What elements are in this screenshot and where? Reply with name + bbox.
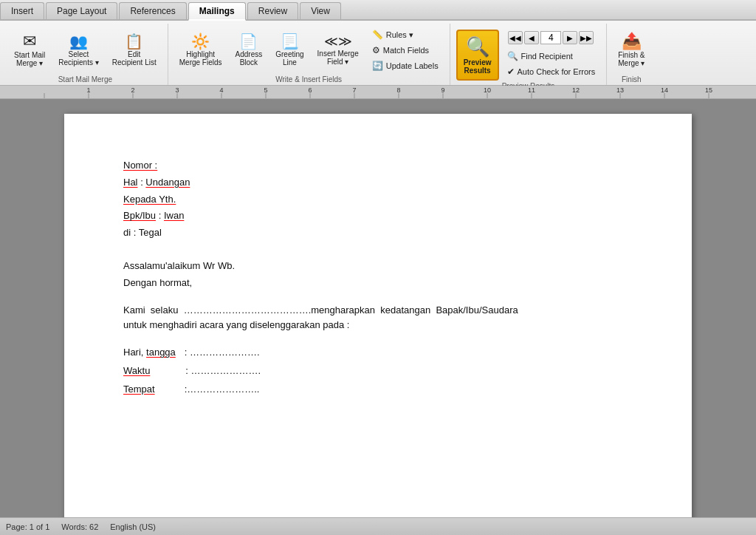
btn-match-fields[interactable]: ⚙ Match Fields xyxy=(367,43,444,58)
edit-recipient-list-icon: 📋 xyxy=(125,34,143,49)
find-recipient-icon: 🔍 xyxy=(507,51,518,61)
document-page[interactable]: Nomor : Hal : Undangan Kepada Yth. Bpk/I… xyxy=(64,114,692,517)
find-recipient-label: Find Recipient xyxy=(521,52,573,61)
field-waktu-dots: : …………………. xyxy=(185,364,261,379)
rules-label: Rules ▾ xyxy=(386,30,413,40)
btn-finish-merge[interactable]: 📤 Finish &Merge ▾ xyxy=(613,30,650,71)
start-mail-merge-icon: ✉ xyxy=(23,33,36,50)
record-number-input[interactable] xyxy=(540,31,561,44)
insert-merge-field-icon: ≪≫ xyxy=(324,35,352,48)
btn-highlight-merge-fields[interactable]: 🔆 HighlightMerge Fields xyxy=(174,30,227,70)
line-di: di : Tegal xyxy=(123,225,633,241)
status-words: Words: 62 xyxy=(61,522,98,531)
finish-merge-icon: 📤 xyxy=(622,33,642,50)
btn-first-record[interactable]: ◀◀ xyxy=(508,31,523,44)
bpk-value: Iwan xyxy=(164,210,184,221)
greeting-line-2: Dengan hormat, xyxy=(123,276,633,291)
start-mail-merge-label: Start MailMerge ▾ xyxy=(14,51,45,67)
ruler: 1 2 3 4 5 6 7 8 9 10 11 12 13 14 15 xyxy=(0,86,756,99)
btn-update-labels[interactable]: 🔄 Update Labels xyxy=(367,58,444,73)
preview-results-label: PreviewResults xyxy=(464,58,492,75)
address-block: Nomor : Hal : Undangan Kepada Yth. Bpk/I… xyxy=(123,158,633,241)
btn-insert-merge-field[interactable]: ≪≫ Insert MergeField ▾ xyxy=(312,31,364,69)
event-fields: Hari, tangga : …………………. Waktu : ………………….… xyxy=(123,345,633,397)
group-write-insert-label: Write & Insert Fields xyxy=(275,74,342,84)
btn-rules[interactable]: 📏 Rules ▾ xyxy=(367,27,444,42)
field-tempat-label: Tempat xyxy=(123,382,155,398)
di-text: di : Tegal xyxy=(123,227,162,238)
write-insert-sm-col: 📏 Rules ▾ ⚙ Match Fields 🔄 Update Labels xyxy=(367,27,444,73)
select-recipients-icon: 👥 xyxy=(69,34,88,49)
address-block-label: AddressBlock xyxy=(236,50,263,67)
svg-text:3: 3 xyxy=(175,86,179,94)
status-bar: Page: 1 of 1 Words: 62 English (US) xyxy=(0,517,756,535)
btn-next-record[interactable]: ▶ xyxy=(563,31,577,44)
field-hari: Hari, tangga : …………………. xyxy=(123,345,633,361)
field-waktu: Waktu : …………………. xyxy=(123,364,633,379)
address-block-icon: 📄 xyxy=(239,34,258,49)
group-write-insert: 🔆 HighlightMerge Fields 📄 AddressBlock 📃… xyxy=(168,24,450,85)
svg-text:9: 9 xyxy=(441,86,444,94)
highlight-merge-icon: 🔆 xyxy=(191,34,210,49)
finish-merge-label: Finish &Merge ▾ xyxy=(618,51,645,67)
auto-check-errors-icon: ✔ xyxy=(507,67,515,77)
svg-text:4: 4 xyxy=(219,86,223,94)
svg-text:1: 1 xyxy=(86,86,90,94)
btn-greeting-line[interactable]: 📃 GreetingLine xyxy=(270,30,309,70)
ribbon: ✉ Start MailMerge ▾ 👥 SelectRecipients ▾… xyxy=(0,21,756,86)
svg-rect-0 xyxy=(0,86,756,99)
btn-find-recipient[interactable]: 🔍 Find Recipient xyxy=(502,49,601,64)
svg-text:11: 11 xyxy=(528,86,535,94)
field-tempat-dots: :………………….. xyxy=(185,382,260,398)
svg-text:8: 8 xyxy=(396,86,400,94)
tab-bar: Insert Page Layout References Mailings R… xyxy=(0,0,756,21)
svg-text:2: 2 xyxy=(131,86,134,94)
btn-preview-results[interactable]: 🔍 PreviewResults xyxy=(456,30,499,81)
kepada-text: Kepada Yth. xyxy=(123,194,176,205)
field-waktu-label: Waktu xyxy=(123,364,150,379)
match-fields-label: Match Fields xyxy=(383,46,429,55)
auto-check-errors-label: Auto Check for Errors xyxy=(518,67,596,76)
btn-edit-recipient-list[interactable]: 📋 EditRecipient List xyxy=(107,30,162,70)
line-bpk: Bpk/Ibu : Iwan xyxy=(123,208,633,224)
field-tempat: Tempat :………………….. xyxy=(123,382,633,398)
btn-select-recipients[interactable]: 👥 SelectRecipients ▾ xyxy=(53,30,103,70)
preview-sm-col: 🔍 Find Recipient ✔ Auto Check for Errors xyxy=(502,49,601,79)
insert-merge-field-label: Insert MergeField ▾ xyxy=(317,50,359,66)
highlight-merge-label: HighlightMerge Fields xyxy=(179,50,222,67)
tab-page-layout[interactable]: Page Layout xyxy=(46,2,117,19)
btn-prev-record[interactable]: ◀ xyxy=(524,31,539,44)
select-recipients-label: SelectRecipients ▾ xyxy=(58,50,98,67)
tab-references[interactable]: References xyxy=(119,2,186,19)
line-nomor: Nomor : xyxy=(123,158,633,174)
greeting-para: Assalamu'alaikum Wr Wb. Dengan hormat, xyxy=(123,259,633,291)
btn-start-mail-merge[interactable]: ✉ Start MailMerge ▾ xyxy=(9,30,50,71)
tab-mailings[interactable]: Mailings xyxy=(188,2,246,21)
line-kepada: Kepada Yth. xyxy=(123,192,633,208)
hal-value: Undangan xyxy=(145,177,190,188)
tab-view[interactable]: View xyxy=(300,2,341,19)
group-start-mail-merge-label: Start Mail Merge xyxy=(58,74,112,84)
hal-label: Hal xyxy=(123,177,138,188)
tab-review[interactable]: Review xyxy=(247,2,298,19)
btn-last-record[interactable]: ▶▶ xyxy=(579,31,594,44)
preview-results-icon: 🔍 xyxy=(466,35,489,58)
nomor-text: Nomor : xyxy=(123,160,157,171)
svg-text:15: 15 xyxy=(705,86,712,94)
group-finish: 📤 Finish &Merge ▾ Finish xyxy=(607,24,656,85)
svg-text:14: 14 xyxy=(661,86,668,94)
svg-text:6: 6 xyxy=(308,86,312,94)
field-hari-label: Hari, tangga xyxy=(123,345,176,361)
status-page: Page: 1 of 1 xyxy=(6,522,49,531)
btn-auto-check-errors[interactable]: ✔ Auto Check for Errors xyxy=(502,64,601,79)
svg-text:12: 12 xyxy=(572,86,580,94)
field-hari-dots: : …………………. xyxy=(185,345,260,361)
tab-insert[interactable]: Insert xyxy=(0,2,44,19)
body-para: Kami selaku ………………………………….mengharapkan k… xyxy=(123,303,633,334)
bpk-label: Bpk/Ibu xyxy=(123,210,156,221)
btn-address-block[interactable]: 📄 AddressBlock xyxy=(230,30,268,70)
svg-text:7: 7 xyxy=(352,86,356,94)
status-lang: English (US) xyxy=(110,522,156,531)
update-labels-icon: 🔄 xyxy=(372,61,383,71)
group-preview-results: 🔍 PreviewResults ◀◀ ◀ ▶ ▶▶ 🔍 Find Recipi… xyxy=(450,24,608,85)
